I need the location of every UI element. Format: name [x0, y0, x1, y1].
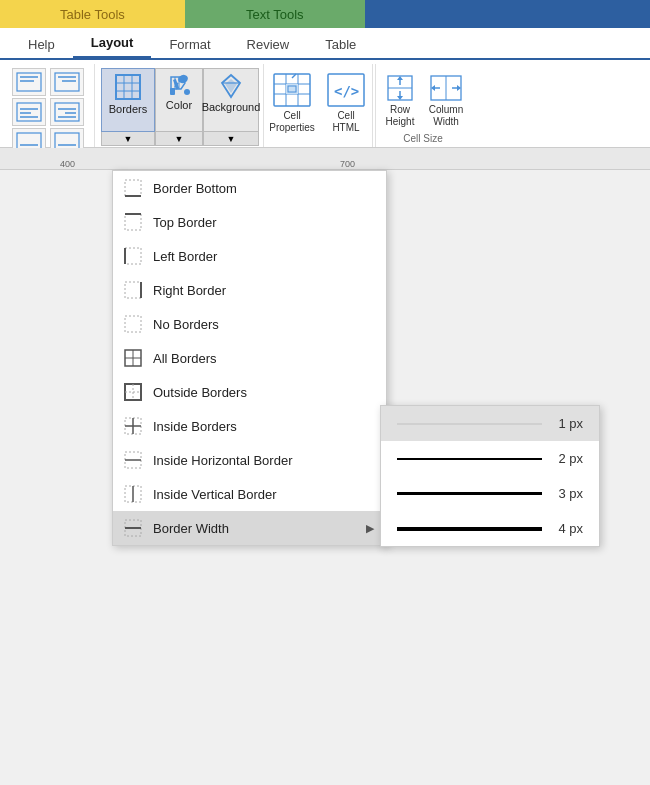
ruler-mark-400: 400 — [60, 159, 75, 169]
table-tools-tab[interactable]: Table Tools — [0, 0, 185, 28]
svg-rect-3 — [55, 73, 79, 91]
row-height-button[interactable]: Row Height — [378, 68, 422, 132]
tab-table[interactable]: Table — [307, 31, 374, 58]
color-dropdown-arrow[interactable]: ▼ — [155, 132, 203, 146]
borders-dropdown-menu: Border Bottom Top Border Left Border — [112, 170, 387, 546]
cell-html-button[interactable]: </> CellHTML — [324, 68, 368, 136]
cell-html-group: </> CellHTML — [320, 64, 373, 147]
svg-rect-59 — [125, 248, 141, 264]
svg-rect-10 — [55, 103, 79, 121]
align-middle-right-button[interactable] — [50, 98, 84, 126]
color-button-group: Color ▼ — [155, 68, 203, 147]
align-top-left-button[interactable] — [12, 68, 46, 96]
line-1px-preview — [397, 423, 542, 425]
borders-button-group: Borders ▼ — [101, 68, 155, 147]
menu-item-all-borders[interactable]: All Borders — [113, 341, 386, 375]
menu-item-inside-borders[interactable]: Inside Borders — [113, 409, 386, 443]
align-top-right-button[interactable] — [50, 68, 84, 96]
cell-size-group: Row Height Column Width Cell Size — [375, 64, 470, 147]
menu-item-right-border[interactable]: Right Border — [113, 273, 386, 307]
border-width-1px[interactable]: 1 px — [381, 406, 599, 441]
svg-point-29 — [184, 89, 190, 95]
inside-vertical-border-icon — [123, 484, 143, 504]
left-border-icon — [123, 246, 143, 266]
border-bottom-icon — [123, 178, 143, 198]
alignment-buttons — [12, 68, 86, 156]
tab-review[interactable]: Review — [229, 31, 308, 58]
svg-rect-55 — [125, 180, 141, 196]
alignment-group: Alignment — [4, 64, 95, 147]
all-borders-icon — [123, 348, 143, 368]
tab-help[interactable]: Help — [10, 31, 73, 58]
menu-item-border-width[interactable]: Border Width ▶ 1 px 2 px 3 px — [113, 511, 386, 545]
ruler: 400 700 — [0, 148, 650, 170]
row-col-buttons: Row Height Column Width — [378, 68, 468, 132]
menu-item-left-border[interactable]: Left Border — [113, 239, 386, 273]
border-width-arrow: ▶ — [366, 522, 374, 535]
content-area: Border Bottom Top Border Left Border — [0, 170, 650, 785]
top-border-icon — [123, 212, 143, 232]
svg-rect-57 — [125, 214, 141, 230]
borders-dropdown-arrow[interactable]: ▼ — [101, 132, 155, 146]
menu-item-inside-horizontal[interactable]: Inside Horizontal Border — [113, 443, 386, 477]
column-width-button[interactable]: Column Width — [424, 68, 468, 132]
border-width-submenu: 1 px 2 px 3 px 4 px — [380, 405, 600, 547]
border-width-icon — [123, 518, 143, 538]
border-width-2px[interactable]: 2 px — [381, 441, 599, 476]
menu-item-border-bottom[interactable]: Border Bottom — [113, 171, 386, 205]
color-button[interactable]: Color — [155, 68, 203, 132]
line-3px-preview — [397, 492, 542, 495]
ribbon-tabs: Help Layout Format Review Table — [0, 28, 650, 60]
menu-item-inside-vertical[interactable]: Inside Vertical Border — [113, 477, 386, 511]
outside-borders-icon — [123, 382, 143, 402]
borders-color-bg-group: Borders ▼ Color — [97, 64, 264, 147]
align-middle-left-button[interactable] — [12, 98, 46, 126]
svg-rect-6 — [17, 103, 41, 121]
svg-rect-61 — [125, 282, 141, 298]
border-width-3px[interactable]: 3 px — [381, 476, 599, 511]
cell-properties-button[interactable]: CellProperties — [270, 68, 314, 136]
cell-size-label: Cell Size — [403, 133, 442, 147]
text-tools-tab[interactable]: Text Tools — [185, 0, 365, 28]
menu-item-outside-borders[interactable]: Outside Borders — [113, 375, 386, 409]
background-button[interactable]: Background — [203, 68, 259, 132]
border-width-4px[interactable]: 4 px — [381, 511, 599, 546]
text-tools-label: Text Tools — [246, 7, 304, 22]
svg-rect-0 — [17, 73, 41, 91]
borders-button[interactable]: Borders — [101, 68, 155, 132]
svg-text:</>: </> — [334, 83, 359, 99]
tool-tabs-bar: Table Tools Text Tools — [0, 0, 650, 28]
svg-rect-20 — [116, 75, 140, 99]
tab-format[interactable]: Format — [151, 31, 228, 58]
menu-item-top-border[interactable]: Top Border — [113, 205, 386, 239]
right-border-icon — [123, 280, 143, 300]
background-dropdown-arrow[interactable]: ▼ — [203, 132, 259, 146]
cell-properties-group: CellProperties — [266, 64, 318, 147]
tab-layout[interactable]: Layout — [73, 29, 152, 58]
svg-rect-63 — [125, 316, 141, 332]
menu-item-no-borders[interactable]: No Borders — [113, 307, 386, 341]
ribbon-toolbar: Alignment Borders ▼ — [0, 60, 650, 148]
ruler-mark-700: 700 — [340, 159, 355, 169]
table-tools-label: Table Tools — [60, 7, 125, 22]
tab-spacer — [365, 0, 650, 28]
background-button-group: Background ▼ — [203, 68, 259, 147]
line-2px-preview — [397, 458, 542, 460]
inside-horizontal-border-icon — [123, 450, 143, 470]
inside-borders-icon — [123, 416, 143, 436]
line-4px-preview — [397, 527, 542, 531]
no-borders-icon — [123, 314, 143, 334]
